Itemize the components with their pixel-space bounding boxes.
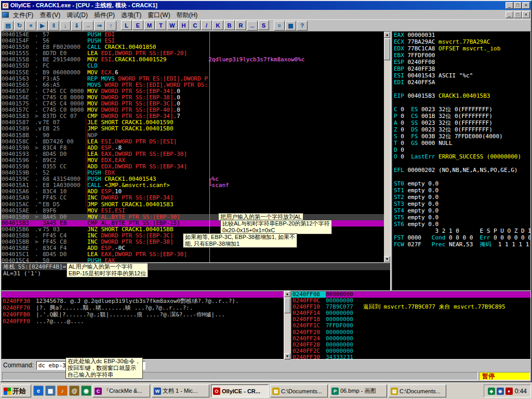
- disasm-row[interactable]: 0040159C.68 43154000PUSH CRACK1.00401543…: [2, 176, 384, 182]
- register-line[interactable]: ECX 77BA29AC msvcrt.77BA29AC: [392, 38, 530, 45]
- disasm-row[interactable]: 00401590>83C4 F8ADD ESP,-8: [2, 145, 384, 151]
- register-line[interactable]: ST1 empty 0.0: [392, 187, 530, 194]
- register-line[interactable]: Z 0 DS 0023 32位 0(FFFFFFFF): [392, 126, 530, 133]
- disasm-row[interactable]: 00401598.0355 CCADD EDX,DWORD PTR SS:[EB…: [2, 164, 384, 170]
- task-button-ollyice[interactable]: OOllyICE - CR...: [211, 384, 269, 397]
- toolbar-log-button[interactable]: L: [121, 20, 132, 30]
- register-line[interactable]: EBP 0240FF38: [392, 65, 530, 72]
- stack-row[interactable]: 0240FF2800000000: [291, 342, 530, 348]
- disassembly-scrollbar[interactable]: ▲ ▼: [384, 32, 390, 262]
- stack-row[interactable]: 0240FF3034333231: [291, 354, 530, 360]
- stack-row[interactable]: 0240FF1C7FFDF000: [291, 323, 530, 329]
- disasm-row[interactable]: 0040155E.B9 06000000MOV ECX,6: [2, 70, 384, 76]
- toolbar-handles-button[interactable]: H: [178, 20, 189, 30]
- start-button[interactable]: 开始: [1, 384, 31, 397]
- stack-pane[interactable]: 0240FF08000000000240FF0C000000000240FF10…: [291, 291, 531, 360]
- task-button-explorer-folder[interactable]: ▨C:\Documents...: [270, 384, 328, 397]
- toolbar-restart-button[interactable]: ↻: [14, 21, 25, 31]
- toolbar-run-button[interactable]: ▶: [37, 21, 48, 31]
- register-line[interactable]: ST0 empty 0.0: [392, 180, 530, 187]
- disasm-row[interactable]: 0040156E.C745 C8 0000MOV DWORD PTR SS:[E…: [2, 95, 384, 101]
- info-pane[interactable]: 堆栈 SS:[0240FF4B]=79 ('y')AL=31 ('1'): [1, 263, 391, 291]
- register-line[interactable]: EDX 77BC1CA8 OFFSET msvcrt._iob: [392, 45, 530, 52]
- close-button[interactable]: ×: [522, 2, 530, 9]
- dump-row[interactable]: 0240FF70|?. 腾a?......颙..猪.......晱 ...?@,…: [2, 304, 284, 311]
- comment-column-divider[interactable]: [209, 32, 210, 262]
- volume-icon[interactable]: ♦: [506, 388, 513, 395]
- scroll-up-icon[interactable]: ▲: [384, 32, 390, 38]
- toolbar-run-trace-button[interactable]: ...: [247, 21, 258, 31]
- stack-row[interactable]: 0240FF2C00000000: [291, 348, 530, 354]
- dump-row[interactable]: 0240FFF0...?@....@....: [2, 318, 284, 325]
- dump-pane[interactable]: 0240FF3012345678. @.J @.2qdluep3i9lycb3s…: [1, 291, 284, 360]
- titlebar[interactable]: O OllyICE - CRACK1.exe - [CPU - 主线程, 模块 …: [1, 1, 531, 10]
- mdi-close-button[interactable]: ×: [522, 11, 530, 18]
- menu-help[interactable]: 帮助(H): [174, 11, 201, 19]
- messenger-icon[interactable]: ◉: [81, 385, 91, 396]
- disasm-row[interactable]: 00401555.8D7D E0LEA EDI,DWORD PTR SS:[EB…: [2, 50, 384, 57]
- disasm-row[interactable]: 0040155D.FCCLD: [2, 63, 384, 69]
- menu-file[interactable]: 文件(F): [10, 11, 36, 19]
- minimize-button[interactable]: _: [506, 2, 513, 9]
- register-line[interactable]: ST2 empty 0.0: [392, 194, 530, 201]
- toolbar-pause-button[interactable]: ‖: [48, 21, 59, 31]
- toolbar-trace-over-button[interactable]: ⇒: [94, 21, 105, 31]
- toolbar-execute-till-return-button[interactable]: ↑: [105, 21, 116, 31]
- scroll-down-icon[interactable]: ▼: [384, 256, 390, 262]
- disasm-row[interactable]: 00401563.F3:A5REP MOVS DWORD PTR ES:[EDI…: [2, 76, 384, 82]
- task-button-explorer-folder-2[interactable]: ▨C:\Documents...: [389, 384, 446, 397]
- disasm-row[interactable]: 00401550.E8 FB020000CALL CRACK1.00401850: [2, 44, 384, 50]
- register-line[interactable]: A 0 SS 0023 32位 0(FFFFFFFF): [392, 119, 530, 126]
- toolbar-threads-button[interactable]: T: [155, 20, 166, 30]
- task-button-word-document[interactable]: W文档 1 - Mic...: [152, 384, 209, 397]
- dump-row[interactable]: 0240FFB0|.'.Q靦|?......?@.;観|........痕 ..…: [2, 311, 284, 318]
- maximize-button[interactable]: □: [514, 2, 522, 9]
- toolbar-windows-list-button[interactable]: ▦: [285, 21, 296, 31]
- disasm-row[interactable]: 004015B0>8A45 D0MOV AL,BYTE PTR SS:[EBP-…: [2, 214, 384, 220]
- stack-row[interactable]: 0240FF0C00000000: [291, 298, 530, 304]
- register-line[interactable]: ST4 empty 0.0: [392, 207, 530, 214]
- show-desktop-icon[interactable]: ▦: [45, 385, 56, 396]
- disasm-row[interactable]: 004015C1.8D45 D0LEA EAX,DWORD PTR SS:[EB…: [2, 251, 384, 258]
- disassembly-pane[interactable]: 0040154E.57PUSH EDI0040154F.56PUSH ESI00…: [1, 31, 391, 263]
- register-line[interactable]: EDI 0240FF5A: [392, 79, 530, 86]
- stack-row[interactable]: 0240FF1400000000: [291, 310, 530, 316]
- toolbar-trace-into-button[interactable]: →: [83, 21, 94, 31]
- toolbar-cpu-button[interactable]: C: [190, 20, 201, 30]
- disasm-row[interactable]: 00401583>837D CC 07CMP DWORD PTR SS:[EBP…: [2, 113, 384, 119]
- toolbar-patches-button[interactable]: /: [201, 20, 212, 30]
- disasm-row[interactable]: 00401567.C745 CC 0000MOV DWORD PTR SS:[E…: [2, 88, 384, 95]
- toolbar-source-button[interactable]: S: [258, 20, 269, 30]
- register-line[interactable]: FST 0000 Cond 0 0 0 0 Err 0 0 0 0 0 0 0 …: [392, 234, 530, 241]
- scroll-thumb[interactable]: [284, 298, 290, 313]
- register-line[interactable]: EAX 00000031: [392, 32, 530, 38]
- register-line[interactable]: C 0 ES 0023 32位 0(FFFFFFFF): [392, 106, 530, 113]
- register-line[interactable]: 3 2 1 0 E S P U O Z D I: [392, 228, 530, 234]
- menu-view[interactable]: 查看(V): [36, 11, 63, 19]
- toolbar-references-button[interactable]: R: [235, 20, 246, 30]
- register-line[interactable]: ST3 empty 0.0: [392, 201, 530, 207]
- disasm-row[interactable]: 0040158C.8D7426 00LEA ESI,DWORD PTR DS:[…: [2, 139, 384, 145]
- task-button-crackme[interactable]: C『CrackMe &...: [92, 384, 150, 397]
- register-line[interactable]: P 0 CS 001B 32位 0(FFFFFFFF): [392, 113, 530, 119]
- register-line[interactable]: ST6 empty 0.0: [392, 221, 530, 228]
- toolbar-memory-button[interactable]: M: [144, 20, 155, 30]
- mdi-minimize-button[interactable]: _: [506, 11, 513, 18]
- mdi-child-icon[interactable]: [2, 12, 9, 18]
- register-line[interactable]: EFL 00000202 (NO,NB,NE,A,NS,PO,GE,G): [392, 167, 530, 174]
- mdi-restore-button[interactable]: □: [514, 11, 522, 18]
- menu-window[interactable]: 窗口(W): [144, 11, 173, 19]
- disasm-row[interactable]: 00401589.vEB 25JMP SHORT CRACK1.004015B0: [2, 126, 384, 132]
- media-player-icon[interactable]: ♪: [57, 385, 68, 396]
- menu-debug[interactable]: 调试(D): [63, 11, 91, 19]
- register-line[interactable]: D 0: [392, 147, 530, 153]
- scroll-thumb[interactable]: [384, 38, 390, 60]
- internet-explorer-icon[interactable]: e: [33, 385, 44, 396]
- scroll-up-icon[interactable]: ▲: [284, 291, 290, 297]
- register-line[interactable]: [392, 86, 530, 92]
- register-line[interactable]: EBX 7FFDF000: [392, 52, 530, 59]
- toolbar-breakpoints-button[interactable]: B: [224, 20, 235, 30]
- toolbar-appearance-button[interactable]: ≡: [274, 21, 285, 31]
- register-line[interactable]: [392, 160, 530, 167]
- disasm-row[interactable]: 004015AC.^EB D5JMP SHORT CRACK1.00401583: [2, 202, 384, 208]
